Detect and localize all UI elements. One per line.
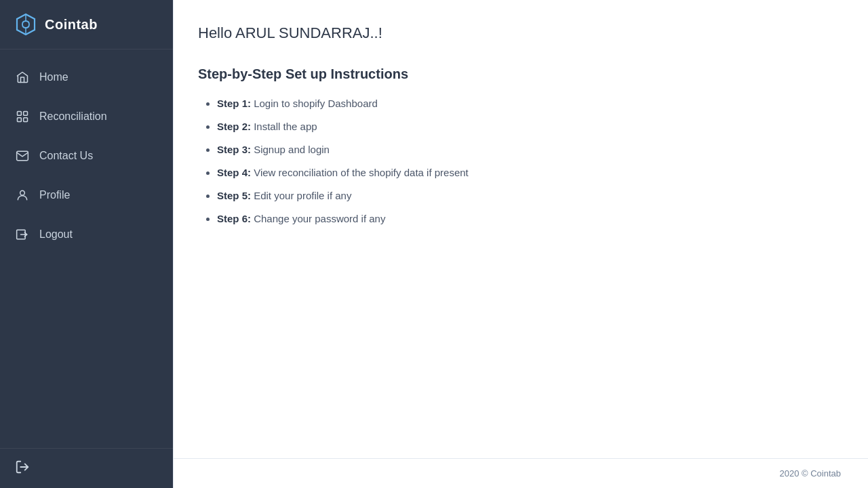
sidebar-item-contact-us[interactable]: Contact Us [0,136,173,176]
svg-rect-4 [24,112,28,116]
step-item-4: Step 4: View reconciliation of the shopi… [217,165,841,181]
steps-list: Step 1: Login to shopify DashboardStep 2… [198,96,841,227]
step-item-5: Step 5: Edit your profile if any [217,188,841,204]
sidebar-nav: Home Reconciliation Contact Us Profile [0,49,173,448]
sidebar-item-profile[interactable]: Profile [0,176,173,215]
sidebar-item-logout[interactable]: Logout [0,215,173,254]
instructions-title: Step-by-Step Set up Instructions [198,66,841,82]
svg-rect-6 [24,118,28,122]
sidebar-footer[interactable] [0,448,173,488]
greeting-text: Hello ARUL SUNDARRAJ..! [198,24,841,42]
step-item-6: Step 6: Change your password if any [217,211,841,227]
sidebar-item-profile-label: Profile [39,189,70,201]
step-item-2: Step 2: Install the app [217,119,841,135]
sidebar: Cointab Home Reconciliation Contact Us [0,0,173,488]
sidebar-item-contact-us-label: Contact Us [39,150,93,162]
svg-point-8 [20,190,25,195]
main-content: Hello ARUL SUNDARRAJ..! Step-by-Step Set… [174,0,868,458]
cointab-logo-icon [14,12,38,37]
svg-rect-5 [18,118,22,122]
sidebar-item-home-label: Home [39,71,68,83]
svg-rect-3 [18,112,22,116]
home-icon [15,70,30,85]
footer-copyright: 2020 © Cointab [779,468,841,479]
reconciliation-icon [15,109,30,124]
step-item-1: Step 1: Login to shopify Dashboard [217,96,841,112]
step-item-3: Step 3: Signup and login [217,142,841,158]
sidebar-item-reconciliation-label: Reconciliation [39,110,107,123]
sidebar-item-reconciliation[interactable]: Reconciliation [0,97,173,136]
contact-us-icon [15,148,30,163]
profile-icon [15,188,30,203]
sidebar-item-logout-label: Logout [39,228,73,241]
sidebar-item-home[interactable]: Home [0,58,173,97]
sidebar-exit-icon [15,460,30,477]
main-footer: 2020 © Cointab [174,458,868,488]
sidebar-logo[interactable]: Cointab [0,0,173,49]
main-panel: Hello ARUL SUNDARRAJ..! Step-by-Step Set… [173,0,868,488]
logout-icon [15,227,30,242]
logo-label: Cointab [45,17,98,33]
